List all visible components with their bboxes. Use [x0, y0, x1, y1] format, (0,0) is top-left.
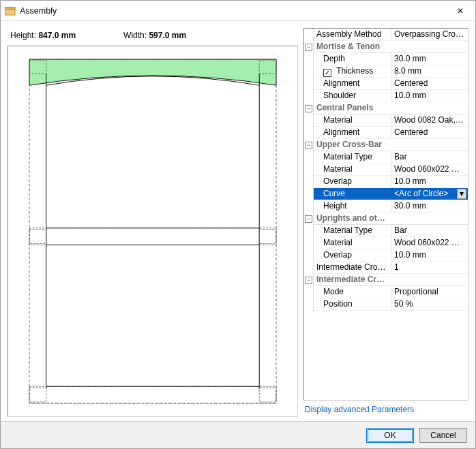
- prop-label: ✓ Thickness: [314, 65, 391, 78]
- prop-label: Overlap: [314, 176, 391, 188]
- prop-thickness[interactable]: ✓ Thickness 8.0 mm: [304, 65, 468, 78]
- close-icon: ✕: [457, 6, 464, 16]
- prop-label: Material Type: [314, 225, 391, 237]
- preview-svg: [8, 46, 297, 416]
- prop-ucb-material-type[interactable]: Material Type Bar: [304, 151, 468, 164]
- prop-label: Curve: [314, 188, 391, 200]
- prop-label: Material: [314, 164, 391, 176]
- svg-rect-15: [259, 388, 276, 402]
- svg-rect-2: [29, 59, 276, 403]
- prop-value[interactable]: Bar: [391, 151, 468, 164]
- prop-label: Depth: [314, 53, 391, 65]
- prop-icb-position[interactable]: Position 50 %: [304, 298, 468, 311]
- prop-label: Height: [314, 200, 391, 213]
- group-mortise-tenon[interactable]: − Mortise & Tenon: [304, 41, 468, 53]
- cancel-button[interactable]: Cancel: [419, 428, 467, 443]
- assembly-icon: [5, 5, 16, 16]
- assembly-preview: [8, 46, 298, 417]
- svg-rect-1: [5, 7, 15, 10]
- prop-label: Material: [314, 114, 391, 127]
- prop-ucb-overlap[interactable]: Overlap 10.0 mm: [304, 176, 468, 188]
- prop-assembly-method[interactable]: Assembly Method Overpassing Cross-...: [304, 29, 468, 41]
- prop-icb-mode[interactable]: Mode Proportional: [304, 286, 468, 298]
- titlebar: Assembly ✕: [1, 1, 475, 21]
- dialog-footer: OK Cancel: [1, 421, 475, 448]
- prop-value[interactable]: 50 %: [391, 298, 468, 311]
- width-readout: Width: 597.0 mm: [123, 31, 186, 40]
- prop-ucb-curve[interactable]: Curve <Arc of Circle> ▾: [304, 188, 468, 200]
- dropdown-arrow-icon[interactable]: ▾: [457, 189, 466, 199]
- prop-label: Assembly Method: [314, 29, 391, 41]
- group-uprights[interactable]: − Uprights and other Cross-Bars: [304, 213, 468, 225]
- collapse-icon[interactable]: −: [305, 44, 312, 51]
- width-label: Width:: [123, 31, 147, 40]
- prop-value[interactable]: 10.0 mm: [391, 249, 468, 262]
- group-title: Uprights and other Cross-Bars: [314, 213, 391, 225]
- collapse-icon[interactable]: −: [305, 277, 312, 284]
- prop-shoulder[interactable]: Shoulder 10.0 mm: [304, 90, 468, 102]
- prop-value[interactable]: <Arc of Circle> ▾: [391, 188, 468, 200]
- collapse-icon[interactable]: −: [305, 105, 312, 112]
- height-value: 847.0 mm: [38, 31, 76, 40]
- group-title: Mortise & Tenon: [314, 41, 391, 53]
- prop-cp-material[interactable]: Material Wood 0082 Oak, 8.0: [304, 114, 468, 127]
- prop-value[interactable]: 10.0 mm: [391, 90, 468, 102]
- prop-up-overlap[interactable]: Overlap 10.0 mm: [304, 249, 468, 262]
- right-pane: Assembly Method Overpassing Cross-... − …: [303, 28, 468, 417]
- prop-ucb-material[interactable]: Material Wood 060x022 Wal...: [304, 164, 468, 176]
- prop-value[interactable]: 8.0 mm: [391, 65, 468, 78]
- prop-up-material-type[interactable]: Material Type Bar: [304, 225, 468, 237]
- prop-mt-alignment[interactable]: Alignment Centered: [304, 78, 468, 90]
- group-upper-cross-bar[interactable]: − Upper Cross-Bar: [304, 139, 468, 151]
- dimensions-readout: Height: 847.0 mm Width: 597.0 mm: [8, 28, 298, 46]
- prop-value[interactable]: Centered: [391, 127, 468, 139]
- svg-rect-14: [29, 388, 46, 402]
- prop-ucb-height[interactable]: Height 30.0 mm: [304, 200, 468, 213]
- prop-value[interactable]: Overpassing Cross-...: [391, 29, 468, 41]
- left-pane: Height: 847.0 mm Width: 597.0 mm: [8, 28, 298, 417]
- group-central-panels[interactable]: − Central Panels: [304, 102, 468, 114]
- prop-value[interactable]: Wood 060x022 Wal...: [391, 237, 468, 249]
- prop-value[interactable]: Wood 0082 Oak, 8.0: [391, 114, 468, 127]
- advanced-parameters-link[interactable]: Display advanced Parameters: [303, 401, 468, 417]
- prop-up-material[interactable]: Material Wood 060x022 Wal...: [304, 237, 468, 249]
- close-button[interactable]: ✕: [445, 1, 475, 21]
- prop-cp-alignment[interactable]: Alignment Centered: [304, 127, 468, 139]
- height-label: Height:: [10, 31, 36, 40]
- prop-label: Overlap: [314, 249, 391, 262]
- prop-label: Intermediate Cross-Bar: [314, 262, 391, 274]
- prop-value[interactable]: Bar: [391, 225, 468, 237]
- prop-label: Alignment: [314, 78, 391, 90]
- prop-depth[interactable]: Depth 30.0 mm: [304, 53, 468, 65]
- prop-value[interactable]: 1: [391, 262, 468, 274]
- dialog-body: Height: 847.0 mm Width: 597.0 mm: [1, 21, 475, 421]
- group-title: Upper Cross-Bar: [314, 139, 391, 151]
- prop-value[interactable]: Centered: [391, 78, 468, 90]
- group-intermediate-cross-bar[interactable]: − Intermediate Cross-Bar: [304, 274, 468, 286]
- prop-value[interactable]: Proportional: [391, 286, 468, 298]
- prop-label: Mode: [314, 286, 391, 298]
- group-title: Central Panels: [314, 102, 391, 114]
- checkbox-icon[interactable]: ✓: [323, 69, 331, 77]
- collapse-icon[interactable]: −: [305, 215, 312, 223]
- svg-rect-7: [29, 228, 276, 245]
- prop-value[interactable]: 30.0 mm: [391, 53, 468, 65]
- prop-label: Alignment: [314, 127, 391, 139]
- window-title: Assembly: [20, 6, 445, 16]
- prop-value[interactable]: 10.0 mm: [391, 176, 468, 188]
- collapse-icon[interactable]: −: [305, 142, 312, 149]
- assembly-dialog: Assembly ✕ Height: 847.0 mm Width: 597.0…: [0, 0, 476, 449]
- height-readout: Height: 847.0 mm: [10, 31, 76, 40]
- svg-rect-11: [259, 230, 276, 244]
- prop-label: Material Type: [314, 151, 391, 164]
- property-grid: Assembly Method Overpassing Cross-... − …: [303, 28, 468, 401]
- prop-value[interactable]: 30.0 mm: [391, 200, 468, 213]
- prop-value[interactable]: Wood 060x022 Wal...: [391, 164, 468, 176]
- prop-intermediate-count[interactable]: Intermediate Cross-Bar 1: [304, 262, 468, 274]
- ok-button[interactable]: OK: [366, 428, 414, 443]
- width-value: 597.0 mm: [149, 31, 186, 40]
- prop-label: Shoulder: [314, 90, 391, 102]
- prop-label: Position: [314, 298, 391, 311]
- group-title: Intermediate Cross-Bar: [314, 274, 391, 286]
- prop-label: Material: [314, 237, 391, 249]
